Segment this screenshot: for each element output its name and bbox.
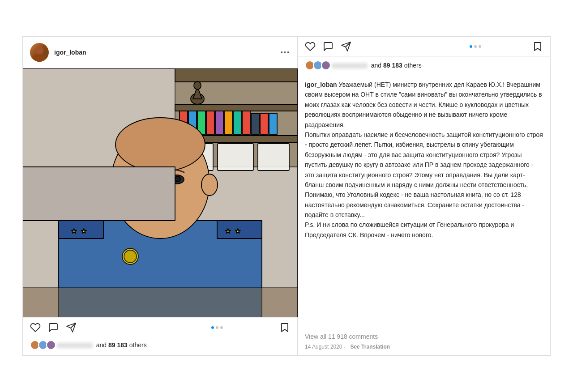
post-actions-bar-left xyxy=(23,317,297,337)
svg-point-32 xyxy=(115,118,205,171)
carousel-dots xyxy=(155,326,280,329)
svg-rect-15 xyxy=(269,113,277,134)
svg-rect-9 xyxy=(215,111,223,134)
likes-avatars-right xyxy=(305,60,329,70)
likes-suffix-right: others xyxy=(404,62,422,69)
likes-and-right: and xyxy=(371,62,381,69)
dot-inactive-2 xyxy=(220,326,223,329)
bookmark-button-left[interactable] xyxy=(279,322,290,333)
comment-icon-right xyxy=(323,41,334,52)
svg-point-18 xyxy=(194,81,201,89)
post-image: ★ ★ ★ ★ xyxy=(23,68,298,317)
likes-blurred-left xyxy=(57,343,93,348)
caption-username[interactable]: igor_loban xyxy=(305,81,337,88)
share-icon xyxy=(66,322,77,333)
dot-active-right xyxy=(470,45,472,48)
svg-text:★: ★ xyxy=(71,227,77,234)
like-button-left[interactable] xyxy=(30,322,41,333)
post-container: igor_loban ··· xyxy=(22,36,551,356)
svg-marker-45 xyxy=(282,324,288,332)
svg-point-38 xyxy=(175,176,180,182)
post-date: 14 August 2020 · See Translation xyxy=(298,342,550,355)
likes-text-right: and 89 183 others xyxy=(332,62,422,69)
username-left[interactable]: igor_loban xyxy=(54,49,281,56)
svg-point-40 xyxy=(124,250,137,263)
svg-text:★: ★ xyxy=(81,227,87,234)
likes-suffix-left: others xyxy=(129,341,147,349)
svg-rect-21 xyxy=(258,144,289,170)
comment-icon xyxy=(48,322,59,333)
comment-button-right[interactable] xyxy=(323,41,334,52)
more-options-icon[interactable]: ··· xyxy=(281,48,290,57)
heart-icon xyxy=(30,322,41,333)
dot-inactive-1 xyxy=(216,326,218,329)
dot-inactive-right-1 xyxy=(474,45,477,48)
avatar[interactable] xyxy=(30,43,49,62)
dot-separator: · xyxy=(344,344,347,350)
share-button-right[interactable] xyxy=(341,41,351,52)
view-comments[interactable]: View all 11 918 comments xyxy=(298,331,550,342)
svg-rect-14 xyxy=(260,113,268,134)
bookmark-icon-right xyxy=(532,41,543,52)
svg-rect-3 xyxy=(175,104,298,111)
right-actions-bar xyxy=(298,37,550,57)
see-translation-link[interactable]: See Translation xyxy=(350,344,390,350)
svg-rect-12 xyxy=(242,111,250,134)
dot-inactive-right-2 xyxy=(479,45,481,48)
dot-active xyxy=(211,326,214,329)
likes-blurred-right xyxy=(332,63,368,68)
share-button-left[interactable] xyxy=(66,322,77,333)
likes-avatar-right-3 xyxy=(321,60,331,70)
svg-marker-48 xyxy=(535,43,541,51)
svg-rect-42 xyxy=(23,167,175,221)
likes-and-left: and xyxy=(96,341,107,349)
likes-avatar-3 xyxy=(46,340,56,350)
like-button-right[interactable] xyxy=(305,41,316,52)
svg-point-34 xyxy=(201,174,218,196)
svg-rect-41 xyxy=(23,288,298,317)
right-likes-row: and 89 183 others xyxy=(298,57,550,74)
date-text: 14 August 2020 xyxy=(305,344,342,350)
likes-count-left[interactable]: 89 183 xyxy=(108,341,128,349)
caption-text: Уважаемый (НЕТ) министр внутренних дел К… xyxy=(305,81,543,239)
heart-icon-right xyxy=(305,41,316,52)
bookmark-button-right[interactable] xyxy=(532,41,543,52)
svg-rect-8 xyxy=(206,111,214,134)
likes-text-left: and 89 183 others xyxy=(57,341,147,349)
svg-rect-10 xyxy=(224,111,232,134)
svg-text:★: ★ xyxy=(225,227,231,234)
svg-rect-11 xyxy=(233,111,241,134)
right-actions-left xyxy=(305,41,419,52)
svg-rect-2 xyxy=(175,68,298,82)
left-panel: igor_loban ··· xyxy=(23,37,298,355)
post-caption: igor_lobanУважаемый (НЕТ) министр внутре… xyxy=(298,74,550,331)
carousel-dots-right xyxy=(419,45,532,48)
right-panel: and 89 183 others igor_lobanУважаемый (Н… xyxy=(298,37,550,355)
svg-text:★: ★ xyxy=(235,227,241,234)
bookmark-icon-left xyxy=(279,322,290,333)
likes-row-left: and 89 183 others xyxy=(23,337,297,355)
likes-avatars-left xyxy=(30,340,54,350)
post-header: igor_loban ··· xyxy=(23,37,297,68)
action-icons-left xyxy=(30,322,155,333)
likes-count-right[interactable]: 89 183 xyxy=(383,62,402,69)
svg-rect-20 xyxy=(218,144,253,170)
post-photo-svg: ★ ★ ★ ★ xyxy=(23,68,298,317)
svg-rect-13 xyxy=(251,113,259,134)
share-icon-right xyxy=(341,41,351,52)
comment-button-left[interactable] xyxy=(48,322,59,333)
